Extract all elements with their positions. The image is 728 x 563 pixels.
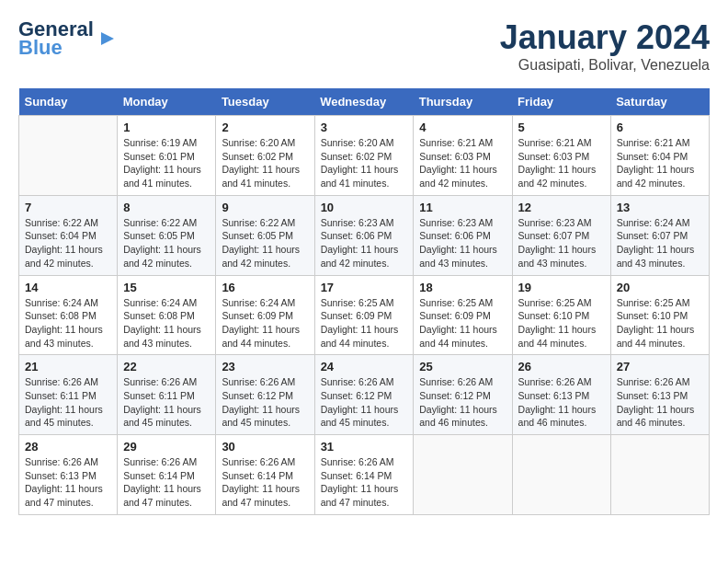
col-header-friday: Friday bbox=[512, 88, 610, 116]
calendar-cell bbox=[512, 435, 610, 515]
calendar-cell: 23Sunrise: 6:26 AM Sunset: 6:12 PM Dayli… bbox=[216, 355, 314, 435]
col-header-wednesday: Wednesday bbox=[314, 88, 414, 116]
page-header: General Blue January 2024 Guasipati, Bol… bbox=[18, 18, 710, 74]
day-number: 9 bbox=[222, 201, 308, 214]
calendar-cell: 30Sunrise: 6:26 AM Sunset: 6:14 PM Dayli… bbox=[216, 435, 314, 515]
day-number: 20 bbox=[617, 281, 703, 294]
logo-text-blue: Blue bbox=[18, 37, 94, 59]
day-number: 27 bbox=[617, 360, 703, 373]
calendar-cell: 3Sunrise: 6:20 AM Sunset: 6:02 PM Daylig… bbox=[314, 116, 414, 196]
calendar-cell: 9Sunrise: 6:22 AM Sunset: 6:05 PM Daylig… bbox=[216, 195, 314, 275]
day-number: 15 bbox=[123, 281, 210, 294]
day-number: 5 bbox=[518, 121, 605, 134]
calendar-cell: 16Sunrise: 6:24 AM Sunset: 6:09 PM Dayli… bbox=[216, 275, 314, 355]
day-number: 29 bbox=[123, 440, 210, 454]
day-info: Sunrise: 6:21 AM Sunset: 6:03 PM Dayligh… bbox=[518, 136, 605, 190]
day-number: 13 bbox=[617, 201, 703, 214]
logo-icon bbox=[97, 29, 118, 49]
day-info: Sunrise: 6:23 AM Sunset: 6:07 PM Dayligh… bbox=[518, 216, 605, 270]
calendar-header-row: SundayMondayTuesdayWednesdayThursdayFrid… bbox=[19, 88, 710, 116]
day-info: Sunrise: 6:22 AM Sunset: 6:04 PM Dayligh… bbox=[25, 216, 111, 270]
calendar-cell: 22Sunrise: 6:26 AM Sunset: 6:11 PM Dayli… bbox=[118, 355, 216, 435]
day-info: Sunrise: 6:26 AM Sunset: 6:11 PM Dayligh… bbox=[25, 375, 111, 430]
day-info: Sunrise: 6:26 AM Sunset: 6:14 PM Dayligh… bbox=[222, 455, 308, 510]
day-number: 12 bbox=[518, 201, 605, 214]
day-info: Sunrise: 6:25 AM Sunset: 6:10 PM Dayligh… bbox=[617, 296, 703, 350]
day-info: Sunrise: 6:25 AM Sunset: 6:10 PM Dayligh… bbox=[518, 296, 605, 350]
day-info: Sunrise: 6:26 AM Sunset: 6:13 PM Dayligh… bbox=[518, 375, 605, 430]
calendar-cell: 24Sunrise: 6:26 AM Sunset: 6:12 PM Dayli… bbox=[314, 355, 414, 435]
day-info: Sunrise: 6:22 AM Sunset: 6:05 PM Dayligh… bbox=[222, 216, 308, 270]
calendar-cell: 26Sunrise: 6:26 AM Sunset: 6:13 PM Dayli… bbox=[512, 355, 610, 435]
day-info: Sunrise: 6:26 AM Sunset: 6:14 PM Dayligh… bbox=[123, 455, 210, 510]
day-info: Sunrise: 6:26 AM Sunset: 6:12 PM Dayligh… bbox=[321, 375, 408, 430]
day-info: Sunrise: 6:22 AM Sunset: 6:05 PM Dayligh… bbox=[123, 216, 210, 270]
col-header-monday: Monday bbox=[118, 88, 216, 116]
calendar-cell: 17Sunrise: 6:25 AM Sunset: 6:09 PM Dayli… bbox=[314, 275, 414, 355]
day-number: 14 bbox=[25, 281, 111, 294]
calendar-cell: 11Sunrise: 6:23 AM Sunset: 6:06 PM Dayli… bbox=[414, 195, 512, 275]
calendar-cell: 8Sunrise: 6:22 AM Sunset: 6:05 PM Daylig… bbox=[118, 195, 216, 275]
day-info: Sunrise: 6:24 AM Sunset: 6:08 PM Dayligh… bbox=[25, 296, 111, 350]
day-info: Sunrise: 6:26 AM Sunset: 6:14 PM Dayligh… bbox=[321, 455, 408, 510]
calendar-cell: 18Sunrise: 6:25 AM Sunset: 6:09 PM Dayli… bbox=[414, 275, 512, 355]
calendar-cell: 19Sunrise: 6:25 AM Sunset: 6:10 PM Dayli… bbox=[512, 275, 610, 355]
day-number: 21 bbox=[25, 360, 111, 373]
day-info: Sunrise: 6:26 AM Sunset: 6:12 PM Dayligh… bbox=[222, 375, 308, 430]
day-info: Sunrise: 6:26 AM Sunset: 6:11 PM Dayligh… bbox=[123, 375, 210, 430]
day-number: 10 bbox=[321, 201, 408, 214]
logo: General Blue bbox=[18, 18, 118, 59]
calendar-cell: 12Sunrise: 6:23 AM Sunset: 6:07 PM Dayli… bbox=[512, 195, 610, 275]
day-number: 2 bbox=[222, 121, 308, 134]
calendar-cell: 7Sunrise: 6:22 AM Sunset: 6:04 PM Daylig… bbox=[19, 195, 118, 275]
calendar-table: SundayMondayTuesdayWednesdayThursdayFrid… bbox=[18, 88, 710, 515]
calendar-cell: 5Sunrise: 6:21 AM Sunset: 6:03 PM Daylig… bbox=[512, 116, 610, 196]
day-number: 4 bbox=[419, 121, 506, 134]
month-title: January 2024 bbox=[500, 18, 710, 57]
week-row-1: 1Sunrise: 6:19 AM Sunset: 6:01 PM Daylig… bbox=[19, 116, 710, 196]
day-info: Sunrise: 6:20 AM Sunset: 6:02 PM Dayligh… bbox=[222, 136, 308, 190]
calendar-cell: 21Sunrise: 6:26 AM Sunset: 6:11 PM Dayli… bbox=[19, 355, 118, 435]
day-info: Sunrise: 6:19 AM Sunset: 6:01 PM Dayligh… bbox=[123, 136, 210, 190]
day-number: 3 bbox=[321, 121, 408, 134]
day-number: 31 bbox=[321, 440, 408, 454]
day-info: Sunrise: 6:24 AM Sunset: 6:07 PM Dayligh… bbox=[617, 216, 703, 270]
day-number: 22 bbox=[123, 360, 210, 373]
calendar-cell: 31Sunrise: 6:26 AM Sunset: 6:14 PM Dayli… bbox=[314, 435, 414, 515]
calendar-cell bbox=[610, 435, 709, 515]
calendar-cell: 25Sunrise: 6:26 AM Sunset: 6:12 PM Dayli… bbox=[414, 355, 512, 435]
col-header-saturday: Saturday bbox=[610, 88, 709, 116]
week-row-3: 14Sunrise: 6:24 AM Sunset: 6:08 PM Dayli… bbox=[19, 275, 710, 355]
col-header-thursday: Thursday bbox=[414, 88, 512, 116]
day-number: 17 bbox=[321, 281, 408, 294]
calendar-cell: 14Sunrise: 6:24 AM Sunset: 6:08 PM Dayli… bbox=[19, 275, 118, 355]
calendar-cell: 13Sunrise: 6:24 AM Sunset: 6:07 PM Dayli… bbox=[610, 195, 709, 275]
week-row-2: 7Sunrise: 6:22 AM Sunset: 6:04 PM Daylig… bbox=[19, 195, 710, 275]
day-number: 19 bbox=[518, 281, 605, 294]
day-number: 8 bbox=[123, 201, 210, 214]
location: Guasipati, Bolivar, Venezuela bbox=[500, 57, 710, 74]
day-number: 16 bbox=[222, 281, 308, 294]
calendar-cell: 2Sunrise: 6:20 AM Sunset: 6:02 PM Daylig… bbox=[216, 116, 314, 196]
day-info: Sunrise: 6:20 AM Sunset: 6:02 PM Dayligh… bbox=[321, 136, 408, 190]
day-number: 18 bbox=[419, 281, 506, 294]
day-info: Sunrise: 6:25 AM Sunset: 6:09 PM Dayligh… bbox=[419, 296, 506, 350]
calendar-cell bbox=[19, 116, 118, 196]
calendar-cell: 28Sunrise: 6:26 AM Sunset: 6:13 PM Dayli… bbox=[19, 435, 118, 515]
calendar-cell: 4Sunrise: 6:21 AM Sunset: 6:03 PM Daylig… bbox=[414, 116, 512, 196]
day-info: Sunrise: 6:24 AM Sunset: 6:09 PM Dayligh… bbox=[222, 296, 308, 350]
day-number: 28 bbox=[25, 440, 111, 454]
day-number: 25 bbox=[419, 360, 506, 373]
calendar-cell: 29Sunrise: 6:26 AM Sunset: 6:14 PM Dayli… bbox=[118, 435, 216, 515]
day-info: Sunrise: 6:25 AM Sunset: 6:09 PM Dayligh… bbox=[321, 296, 408, 350]
day-number: 24 bbox=[321, 360, 408, 373]
day-info: Sunrise: 6:21 AM Sunset: 6:03 PM Dayligh… bbox=[419, 136, 506, 190]
day-number: 6 bbox=[617, 121, 703, 134]
day-number: 11 bbox=[419, 201, 506, 214]
week-row-4: 21Sunrise: 6:26 AM Sunset: 6:11 PM Dayli… bbox=[19, 355, 710, 435]
calendar-cell: 15Sunrise: 6:24 AM Sunset: 6:08 PM Dayli… bbox=[118, 275, 216, 355]
day-number: 23 bbox=[222, 360, 308, 373]
calendar-cell: 10Sunrise: 6:23 AM Sunset: 6:06 PM Dayli… bbox=[314, 195, 414, 275]
calendar-cell: 1Sunrise: 6:19 AM Sunset: 6:01 PM Daylig… bbox=[118, 116, 216, 196]
day-number: 7 bbox=[25, 201, 111, 214]
